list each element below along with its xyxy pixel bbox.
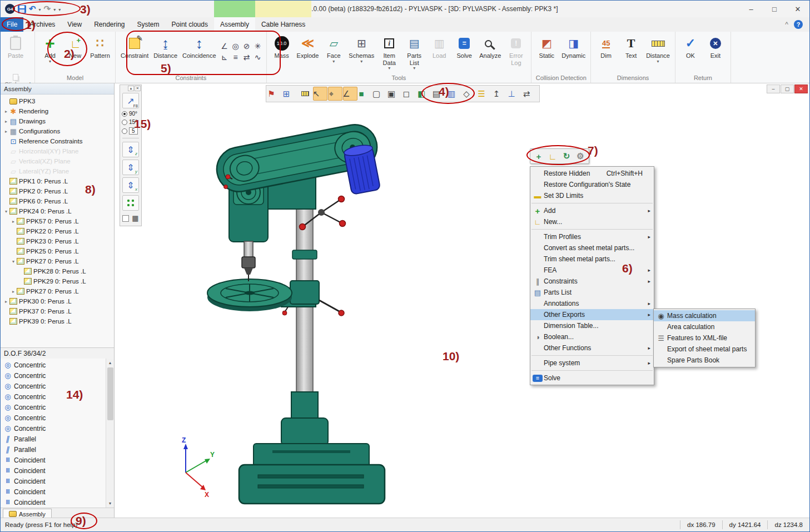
- dof-item-concentric[interactable]: Concentric: [2, 391, 105, 402]
- drill-press-model[interactable]: Z Y X: [115, 83, 809, 519]
- angle-90-radio[interactable]: 90°: [120, 110, 141, 118]
- expand-arrow-icon[interactable]: ▾: [10, 259, 17, 264]
- ok-button[interactable]: OK: [678, 33, 703, 73]
- menu-item-pipe-system[interactable]: Pipe system ▸: [530, 357, 654, 369]
- add-button[interactable]: Add ▾: [38, 33, 62, 73]
- undo-dropdown-icon[interactable]: [39, 5, 41, 13]
- palette-collapse-button[interactable]: ▴: [128, 86, 134, 91]
- palette-grid-icon[interactable]: ▦: [132, 214, 138, 222]
- equal-constraint-icon[interactable]: ≡: [230, 52, 241, 63]
- distance-dimension-button[interactable]: Distance ▾: [644, 33, 672, 73]
- annotation-plane-icon[interactable]: ▤: [433, 87, 448, 101]
- tree-item-rendering[interactable]: ▸ Rendering: [1, 106, 114, 116]
- tree-item-ppk37[interactable]: PPK37 0: Perus .L: [1, 306, 114, 316]
- hidden-line-view-icon[interactable]: ▣: [388, 87, 402, 101]
- f8-button[interactable]: ↗ F8: [122, 93, 139, 108]
- tree-item-drawings[interactable]: ▸ Drawings: [1, 116, 114, 126]
- item-data-dropdown-icon[interactable]: ▾: [388, 66, 390, 71]
- move-y-button[interactable]: ⇕ y: [122, 160, 139, 175]
- expand-arrow-icon[interactable]: ▸: [3, 109, 9, 114]
- item-data-button[interactable]: Item Data ▾: [377, 33, 401, 73]
- tab-archives[interactable]: Archives: [23, 17, 61, 32]
- expand-arrow-icon[interactable]: ▸: [10, 219, 17, 224]
- submenu-item-export-of-sheet-metal-parts[interactable]: Export of sheet metal parts: [654, 344, 755, 355]
- tab-view[interactable]: View: [61, 17, 88, 32]
- tree-item-ppk3[interactable]: PPK3: [1, 96, 114, 106]
- tab-assembly[interactable]: Assembly: [214, 17, 255, 32]
- scroll-up-icon[interactable]: [106, 359, 114, 367]
- layers-icon[interactable]: ☰: [478, 87, 493, 101]
- menu-item-add[interactable]: Add ▸: [530, 205, 654, 216]
- exit-button[interactable]: Exit: [703, 33, 728, 73]
- schemas-button[interactable]: Schemas ▾: [346, 33, 376, 73]
- constraint-button[interactable]: Constraint: [118, 33, 151, 73]
- axes-icon[interactable]: ⊥: [508, 87, 523, 101]
- tree-item-ppk1[interactable]: PPK1 0: Perus .L: [1, 176, 114, 186]
- menu-item-fea[interactable]: FEA ▸: [530, 265, 654, 276]
- text-button[interactable]: Text: [619, 33, 643, 73]
- coincidence-button[interactable]: Coincidence: [180, 33, 218, 73]
- schemas-dropdown-icon[interactable]: ▾: [360, 59, 362, 64]
- context-menu-item[interactable]: [531, 355, 653, 356]
- dof-item-concentric[interactable]: Concentric: [2, 360, 105, 370]
- customize-toolbar-icon[interactable]: [58, 5, 61, 13]
- copy-view-icon[interactable]: ▥: [448, 87, 463, 101]
- measure-icon[interactable]: [298, 87, 312, 101]
- menu-item-solve[interactable]: Solve: [530, 372, 654, 384]
- concentric-constraint-icon[interactable]: ◎: [230, 41, 241, 52]
- dof-item-parallel[interactable]: Parallel: [2, 434, 105, 444]
- angle-15-radio[interactable]: 15°: [120, 118, 141, 126]
- tree-item-lateral-plane[interactable]: Lateral(YZ) Plane: [1, 166, 114, 176]
- minimize-button[interactable]: –: [739, 1, 763, 17]
- copy-icon[interactable]: [13, 74, 18, 81]
- menu-item-annotations[interactable]: Annotations ▸: [530, 298, 654, 309]
- menu-item-boolean[interactable]: Boolean...: [530, 331, 654, 342]
- menu-item-parts-list[interactable]: Parts List: [530, 287, 654, 298]
- tree-item-ppk39[interactable]: PPK39 0: Perus .L: [1, 316, 114, 326]
- palette-close-button[interactable]: ✕: [135, 86, 141, 91]
- tab-cable-harness[interactable]: Cable Harness: [255, 17, 311, 32]
- tree-item-ppk29[interactable]: PPK29 0: Perus .L: [1, 276, 114, 286]
- context-menu-item[interactable]: [531, 229, 653, 230]
- new-part-icon[interactable]: ∟: [546, 150, 559, 162]
- menu-item-restore-configurations-state[interactable]: Restore Configuration's State: [530, 179, 654, 190]
- scrollbar-thumb[interactable]: [107, 367, 113, 420]
- menu-item-new[interactable]: New...: [530, 216, 654, 227]
- tree-item-ppk28[interactable]: PPK28 0: Perus .L: [1, 266, 114, 276]
- menu-item-convert-as-sheet-metal-parts[interactable]: Convert as sheet metal parts...: [530, 242, 654, 253]
- symmetry-constraint-icon[interactable]: ✳: [252, 41, 264, 52]
- solve-button[interactable]: Solve: [452, 33, 476, 73]
- distance-dropdown-icon[interactable]: ▾: [657, 59, 659, 64]
- 3d-viewport[interactable]: Z Y X – ▢ ✕ ⚑: [115, 83, 809, 519]
- dof-item-coincident[interactable]: Coincident: [2, 497, 105, 508]
- tree-item-horizontal-plane[interactable]: Horizontal(XY) Plane: [1, 146, 114, 156]
- section-view-icon[interactable]: ◧: [418, 87, 433, 101]
- transform-icon[interactable]: ⇄: [523, 87, 538, 101]
- tree-item-reference-constraints[interactable]: Reference Constraints: [1, 136, 114, 146]
- submenu-item-features-to-xml-file[interactable]: Features to XML-file: [654, 332, 755, 344]
- menu-item-constraints[interactable]: Constraints ▸: [530, 276, 654, 287]
- move-z-button[interactable]: ⇕ z: [122, 142, 139, 157]
- palette-checkbox[interactable]: [122, 215, 129, 222]
- snap-edge-icon[interactable]: ∠: [343, 87, 357, 101]
- dof-item-coincident[interactable]: Coincident: [2, 486, 105, 497]
- angle-step-radio[interactable]: 5: [120, 126, 141, 136]
- paste-button[interactable]: Paste: [3, 33, 28, 73]
- tree-item-ppk57[interactable]: ▸ PPK57 0: Perus .L: [1, 216, 114, 226]
- expand-arrow-icon[interactable]: ▸: [3, 129, 9, 134]
- pattern-button[interactable]: Pattern: [88, 33, 112, 73]
- submenu-item-spare-parts-book[interactable]: Spare Parts Book: [654, 355, 755, 366]
- dof-item-concentric[interactable]: Concentric: [2, 412, 105, 423]
- submenu-item-mass-calculation[interactable]: Mass calculation: [654, 310, 755, 321]
- tree-item-ppk2[interactable]: PPK2 0: Perus .L: [1, 186, 114, 196]
- tree-item-ppk27b[interactable]: ▸ PPK27 0: Perus .L: [1, 286, 114, 296]
- curve-constraint-icon[interactable]: ∿: [252, 52, 264, 63]
- dof-item-concentric[interactable]: Concentric: [2, 370, 105, 381]
- expand-arrow-icon[interactable]: ▾: [3, 209, 9, 214]
- tab-system[interactable]: System: [131, 17, 166, 32]
- collapse-ribbon-icon[interactable]: ^: [785, 21, 788, 28]
- tab-rendering[interactable]: Rendering: [88, 17, 131, 32]
- tree-item-ppk30[interactable]: ▸ PPK30 0: Perus .L: [1, 296, 114, 306]
- scroll-down-icon[interactable]: [106, 499, 114, 508]
- face-button[interactable]: Face ▾: [321, 33, 346, 73]
